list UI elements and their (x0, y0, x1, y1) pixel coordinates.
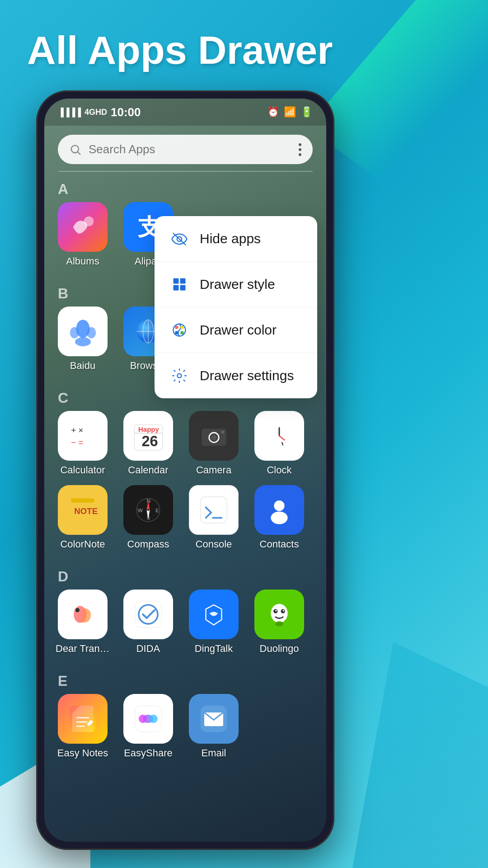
status-bar: ▐▐▐▐ 4GHD 10:00 ⏰ 📶 🔋 (44, 99, 326, 126)
app-icon-dingtalk (189, 590, 239, 639)
app-item-calculator[interactable]: + × − = Calculator (53, 411, 112, 476)
app-icon-clock (254, 411, 304, 461)
app-label-contacts: Contacts (260, 538, 299, 550)
network-indicator: ▐▐▐▐ (58, 108, 81, 117)
drawer-settings-icon (170, 367, 188, 385)
svg-point-12 (180, 331, 184, 335)
app-item-camera[interactable]: Camera (184, 411, 243, 476)
svg-point-65 (275, 610, 277, 612)
app-label-albums: Albums (66, 255, 99, 267)
app-label-calendar: Calendar (128, 464, 168, 476)
app-label-clock: Clock (267, 464, 291, 476)
app-icon-compass: N S E W (123, 485, 173, 535)
app-label-duolingo: Duolingo (260, 643, 299, 655)
svg-point-53 (274, 500, 284, 511)
search-bar[interactable] (58, 135, 313, 164)
app-item-easynotes[interactable]: Easy Notes (53, 694, 112, 759)
app-label-deartrans: Dear Trans.. (56, 643, 110, 655)
dot1 (299, 143, 301, 146)
svg-rect-40 (71, 498, 94, 502)
drawer-color-label: Drawer color (200, 322, 277, 338)
app-icon-calculator: + × − = (58, 411, 108, 461)
apps-row-d: Dear Trans.. DIDA (53, 590, 317, 655)
app-item-calendar[interactable]: Happy 26 Calendar (119, 411, 178, 476)
app-item-contacts[interactable]: Contacts (250, 485, 309, 550)
svg-point-18 (87, 327, 96, 338)
svg-text:−  =: − = (71, 438, 83, 447)
menu-item-drawer-color[interactable]: Drawer color (155, 307, 317, 353)
menu-item-drawer-settings[interactable]: Drawer settings (155, 353, 317, 398)
section-letter-a: A (53, 181, 317, 198)
section-letter-e: E (53, 673, 317, 689)
section-e: E (44, 668, 326, 773)
hide-apps-icon (170, 230, 188, 248)
app-icon-email (189, 694, 239, 744)
svg-rect-4 (174, 278, 179, 284)
time: 10:00 (111, 105, 141, 119)
app-label-console: Console (196, 538, 232, 550)
app-icon-easynotes (58, 694, 108, 744)
app-icon-deartrans (58, 590, 108, 639)
bg-decoration-top-right (307, 0, 488, 181)
svg-point-9 (175, 326, 178, 329)
app-item-clock[interactable]: Clock (250, 411, 309, 476)
apps-row-c2: NOTE ColorNote N S E W (53, 485, 317, 550)
app-icon-easyshare (123, 694, 173, 744)
app-icon-contacts (254, 485, 304, 535)
app-icon-console (189, 485, 239, 535)
app-icon-duolingo (254, 590, 304, 639)
svg-text:NOTE: NOTE (74, 506, 98, 516)
section-letter-d: D (53, 568, 317, 585)
app-item-albums[interactable]: Albums (53, 202, 112, 267)
app-item-easyshare[interactable]: EasyShare (119, 694, 178, 759)
drawer-style-icon (170, 275, 188, 293)
search-icon (69, 143, 82, 156)
app-label-camera: Camera (196, 464, 231, 476)
app-item-console[interactable]: Console (184, 485, 243, 550)
app-item-colornote[interactable]: NOTE ColorNote (53, 485, 112, 550)
app-item-deartrans[interactable]: Dear Trans.. (53, 590, 112, 655)
phone-frame: ▐▐▐▐ 4GHD 10:00 ⏰ 📶 🔋 (36, 90, 334, 850)
more-options-button[interactable] (299, 143, 301, 156)
svg-text:+  ×: + × (71, 425, 83, 435)
svg-text:Happy: Happy (138, 425, 160, 433)
svg-rect-6 (174, 285, 179, 291)
drawer-style-label: Drawer style (200, 277, 275, 292)
menu-item-drawer-style[interactable]: Drawer style (155, 262, 317, 307)
svg-point-67 (275, 621, 284, 627)
svg-rect-5 (180, 278, 186, 284)
app-icon-calendar: Happy 26 (123, 411, 173, 461)
app-item-compass[interactable]: N S E W Compass (119, 485, 178, 550)
app-label-easynotes: Easy Notes (57, 747, 108, 759)
section-d: D Dear Trans.. (44, 564, 326, 668)
app-item-baidu[interactable]: Baidu (53, 307, 112, 372)
search-divider (58, 171, 313, 172)
app-item-duolingo[interactable]: Duolingo (250, 590, 309, 655)
dot2 (299, 148, 301, 151)
dot3 (299, 153, 301, 156)
menu-item-hide-apps[interactable]: Hide apps (155, 216, 317, 262)
wifi-icon: 📶 (284, 106, 296, 118)
drawer-settings-label: Drawer settings (200, 368, 294, 383)
search-input[interactable] (89, 142, 301, 156)
app-icon-colornote: NOTE (58, 485, 108, 535)
svg-point-14 (84, 216, 94, 226)
apps-row-c1: + × − = Calculator Happy 2 (53, 411, 317, 476)
bg-decoration-bottom-right (352, 642, 488, 868)
app-item-dida[interactable]: DIDA (119, 590, 178, 655)
svg-rect-50 (201, 497, 227, 523)
svg-point-33 (211, 435, 216, 440)
app-icon-albums (58, 202, 108, 252)
app-item-dingtalk[interactable]: DingTalk (184, 590, 243, 655)
page-title: All Apps Drawer (27, 27, 333, 73)
svg-point-10 (180, 326, 184, 329)
app-item-email[interactable]: Email (184, 694, 243, 759)
svg-point-34 (221, 430, 224, 434)
app-icon-baidu (58, 307, 108, 356)
svg-point-19 (75, 337, 91, 346)
app-label-dida: DIDA (136, 643, 160, 655)
svg-text:W: W (138, 507, 143, 513)
status-right: ⏰ 📶 🔋 (267, 106, 313, 118)
app-label-calculator: Calculator (60, 464, 105, 476)
svg-point-17 (70, 327, 79, 338)
